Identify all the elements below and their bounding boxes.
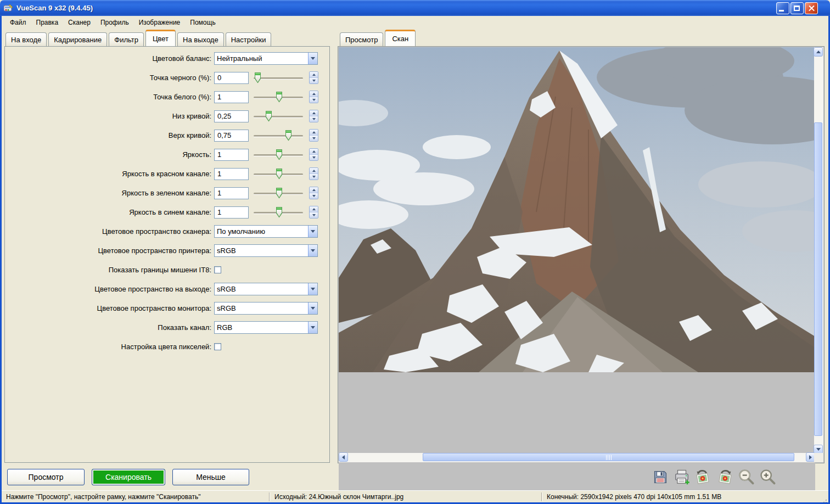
scanner-color-space-dropdown[interactable]: По умолчанию — [214, 225, 318, 238]
black-point-slider-thumb[interactable] — [255, 72, 261, 83]
menu-item-image[interactable]: Изображение — [134, 18, 186, 27]
tab-color[interactable]: Цвет — [145, 30, 176, 46]
printer-color-space-dropdown[interactable]: sRGB — [214, 244, 318, 257]
title-bar[interactable]: VueScan 9 x32 (9.4.45) — [0, 0, 830, 16]
brightness-red-spinner[interactable] — [309, 167, 318, 180]
tab-output[interactable]: На выходе — [177, 32, 224, 46]
scan-image[interactable] — [339, 47, 815, 372]
curve-high-slider[interactable] — [254, 130, 303, 142]
white-point-spin-up[interactable] — [310, 91, 318, 97]
brightness-red-slider-thumb[interactable] — [276, 169, 282, 180]
brightness-spin-up[interactable] — [310, 149, 318, 154]
brightness-green-spinner[interactable] — [309, 187, 318, 199]
brightness-spin-down[interactable] — [310, 154, 318, 160]
color-balance-dropdown-button[interactable] — [308, 53, 317, 64]
brightness-blue-spinner[interactable] — [309, 206, 318, 219]
brightness-blue-spin-up[interactable] — [310, 206, 318, 212]
brightness-blue-spin-down[interactable] — [310, 212, 318, 218]
zoom-out-button[interactable] — [737, 468, 755, 486]
white-point-spinner[interactable] — [309, 91, 318, 103]
rotate-right-button[interactable] — [716, 468, 733, 486]
printer-color-space-dropdown-button[interactable] — [308, 245, 317, 256]
print-button[interactable] — [673, 468, 691, 486]
black-point-input[interactable]: 0 — [214, 72, 249, 84]
brightness-green-spin-up[interactable] — [310, 187, 318, 193]
brightness-input[interactable]: 1 — [214, 149, 249, 161]
curve-low-spin-up[interactable] — [310, 110, 318, 116]
curve-high-slider-thumb[interactable] — [285, 130, 291, 141]
preview-tab-scan[interactable]: Скан — [385, 30, 416, 46]
close-button[interactable] — [805, 2, 818, 14]
maximize-button[interactable] — [790, 2, 804, 14]
white-point-spin-down[interactable] — [310, 97, 318, 103]
brightness-red-spin-up[interactable] — [310, 168, 318, 173]
curve-high-spin-down[interactable] — [310, 135, 318, 141]
horizontal-scrollbar[interactable] — [339, 453, 815, 462]
brightness-spinner[interactable] — [309, 148, 318, 161]
brightness-slider-thumb[interactable] — [276, 149, 282, 160]
curve-high-spin-up[interactable] — [310, 130, 318, 135]
monitor-color-space-dropdown-button[interactable] — [308, 303, 317, 314]
brightness-green-input[interactable]: 1 — [214, 187, 249, 199]
save-button[interactable] — [652, 468, 669, 486]
vertical-scroll-thumb[interactable] — [814, 122, 822, 436]
less-button[interactable]: Меньше — [172, 469, 249, 485]
tab-prefs[interactable]: Настройки — [226, 32, 272, 46]
white-point-input[interactable]: 1 — [214, 91, 249, 103]
brightness-red-slider[interactable] — [254, 168, 303, 180]
color-balance-dropdown[interactable]: Нейтральный — [214, 52, 318, 65]
scroll-left-button[interactable] — [339, 452, 348, 462]
brightness-red-input[interactable]: 1 — [214, 168, 249, 180]
show-channel-dropdown[interactable]: RGB — [214, 321, 318, 334]
tab-filter[interactable]: Фильтр — [109, 32, 144, 46]
output-color-space-dropdown[interactable]: sRGB — [214, 283, 318, 295]
horizontal-scroll-thumb[interactable] — [423, 453, 794, 461]
chevron-down-icon — [312, 176, 316, 178]
black-point-spin-up[interactable] — [310, 72, 318, 77]
monitor-color-space-value: sRGB — [215, 304, 308, 312]
curve-high-input[interactable]: 0,75 — [214, 130, 249, 142]
black-point-slider[interactable] — [254, 72, 303, 84]
menu-item-scanner[interactable]: Сканер — [63, 18, 96, 27]
vertical-scrollbar[interactable] — [814, 47, 823, 454]
curve-low-slider-thumb[interactable] — [266, 111, 272, 122]
black-point-spinner[interactable] — [309, 71, 318, 84]
brightness-slider[interactable] — [254, 149, 303, 161]
brightness-blue-slider-thumb[interactable] — [276, 207, 282, 218]
tab-input[interactable]: На входе — [5, 32, 47, 46]
curve-low-slider[interactable] — [254, 110, 303, 122]
curve-low-spin-down[interactable] — [310, 116, 318, 122]
scroll-up-button[interactable] — [814, 47, 823, 57]
white-point-slider[interactable] — [254, 91, 303, 103]
brightness-blue-input[interactable]: 1 — [214, 206, 249, 219]
menu-item-profile[interactable]: Профиль — [96, 18, 134, 27]
curve-low-slider-track — [254, 116, 303, 117]
show-channel-dropdown-button[interactable] — [308, 322, 317, 333]
zoom-in-button[interactable] — [759, 468, 776, 486]
menu-item-file[interactable]: Файл — [5, 18, 31, 27]
show-it8-checkbox[interactable] — [214, 266, 221, 273]
preview-button[interactable]: Просмотр — [7, 469, 85, 485]
rotate-left-button[interactable] — [694, 468, 712, 486]
brightness-green-slider-thumb[interactable] — [276, 188, 282, 199]
curve-low-spinner[interactable] — [309, 110, 318, 122]
menu-item-help[interactable]: Помощь — [185, 18, 220, 27]
curve-high-spinner[interactable] — [309, 129, 318, 142]
brightness-green-slider[interactable] — [254, 187, 303, 199]
brightness-blue-slider[interactable] — [254, 206, 303, 219]
white-point-slider-thumb[interactable] — [276, 92, 282, 103]
resize-grip[interactable] — [820, 494, 827, 501]
minimize-button[interactable] — [776, 2, 789, 14]
output-color-space-dropdown-button[interactable] — [308, 283, 317, 295]
curve-low-input[interactable]: 0,25 — [214, 110, 249, 122]
preview-tab-preview[interactable]: Просмотр — [340, 32, 383, 46]
brightness-red-spin-down[interactable] — [310, 173, 318, 180]
monitor-color-space-dropdown[interactable]: sRGB — [214, 302, 318, 315]
tab-crop[interactable]: Кадрирование — [48, 32, 107, 46]
menu-item-edit[interactable]: Правка — [31, 18, 64, 27]
scan-button[interactable]: Сканировать — [92, 469, 165, 485]
pixel-colors-checkbox[interactable] — [214, 343, 221, 350]
scanner-color-space-dropdown-button[interactable] — [308, 226, 317, 237]
brightness-green-spin-down[interactable] — [310, 193, 318, 199]
black-point-spin-down[interactable] — [310, 77, 318, 83]
